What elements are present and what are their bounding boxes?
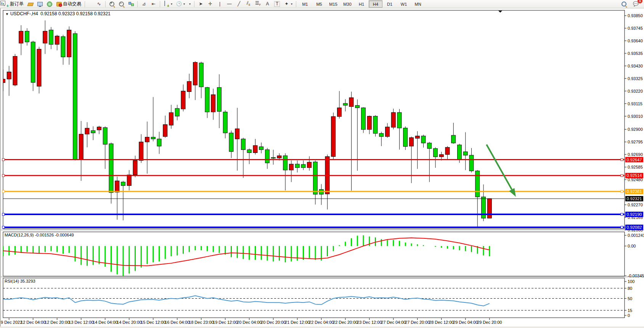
line-handle[interactable] (621, 213, 623, 215)
rsi-indicator-label: RSI(14) 35.3293 (5, 279, 35, 283)
line-handle[interactable] (2, 190, 5, 193)
time-tick-label: 29 Dec 20:00 (477, 320, 502, 325)
notifications-button[interactable]: 💬 1 (631, 0, 640, 8)
fibonacci-tool[interactable]: ☰F (254, 0, 262, 8)
auto-scroll-button[interactable]: ⊿ (140, 0, 148, 8)
candle-body (301, 164, 305, 167)
cursor-tool[interactable]: ➤ (196, 0, 205, 8)
tf-mn[interactable]: MN (411, 0, 425, 8)
candle-body (277, 156, 281, 158)
chart-canvas[interactable]: 0.938500.937450.936400.935350.934300.933… (0, 0, 644, 328)
line-handle[interactable] (621, 159, 623, 161)
tf-d1[interactable]: D1 (383, 0, 397, 8)
tf-m1[interactable]: M1 (298, 0, 312, 8)
line-chart-icon: ∿ (96, 1, 102, 7)
line-handle[interactable] (2, 174, 5, 177)
collapse-triangle-icon[interactable]: ▼ (5, 12, 9, 16)
periods-button[interactable]: 🕒▾ (175, 0, 186, 8)
macd-tick-label: 0.00 (628, 244, 636, 248)
candle-body (355, 105, 360, 108)
candle-body (295, 164, 299, 167)
line-handle[interactable] (2, 213, 5, 215)
separator (160, 1, 160, 7)
candle-body (421, 136, 426, 143)
terminal-button[interactable] (35, 0, 44, 8)
time-tick-label: 28 Dec 12:00 (429, 320, 454, 325)
new-chart-button[interactable]: +▾ (162, 0, 174, 8)
trendline-icon: ╱ (236, 1, 242, 7)
vertical-line-icon: | (217, 1, 223, 7)
rsi-tick-label: 0 (628, 313, 630, 318)
horizontal-line-icon: — (226, 1, 232, 7)
zoom-out-button[interactable]: − (117, 0, 126, 8)
macd-panel[interactable] (3, 232, 625, 276)
main-panel[interactable] (3, 10, 625, 229)
arrows-tool[interactable]: ✦▾ (282, 0, 294, 8)
line-handle[interactable] (621, 190, 623, 193)
candle-body (49, 30, 53, 45)
hline-tool[interactable]: — (225, 0, 234, 8)
tf-h1[interactable]: H1 (355, 0, 368, 8)
search-icon (621, 1, 627, 7)
time-tick-label: 13 Dec 12:00 (69, 320, 93, 325)
radio-icon (47, 1, 52, 7)
price-tick-label: 0.93640 (628, 39, 643, 43)
channel-tool[interactable]: ⫽E (244, 0, 253, 8)
line-handle[interactable] (621, 226, 623, 228)
candle-body (283, 156, 287, 170)
price-level-badge-label: 0.92190 (627, 212, 642, 217)
candle-body (31, 42, 35, 82)
candle-body (289, 164, 294, 170)
candle-body (85, 128, 89, 134)
tf-h4[interactable]: H4 (369, 0, 382, 8)
tf-w1[interactable]: W1 (397, 0, 411, 8)
templates-button[interactable]: ▾ (187, 0, 192, 8)
candle-body (139, 142, 143, 161)
tf-m30[interactable]: M30 (340, 0, 354, 8)
tf-m15[interactable]: M15 (326, 0, 340, 8)
chart-symbol: USDCHF-,H4 (10, 11, 38, 16)
text-tool[interactable]: A (263, 0, 272, 8)
candle-body (79, 134, 83, 159)
tile-windows-button[interactable] (127, 0, 135, 8)
candle-body (133, 161, 137, 175)
tf-m5[interactable]: M5 (312, 0, 326, 8)
time-tick-label: 23 Dec 12:00 (357, 320, 382, 325)
chart-ohlc: 0.92158 0.92323 0.92158 0.92321 (40, 11, 111, 16)
chevron-down-icon: ▾ (189, 2, 191, 6)
signals-button[interactable] (45, 0, 54, 8)
candle-chart-button[interactable] (91, 0, 94, 8)
line-chart-button[interactable]: ∿ (95, 0, 103, 8)
time-tick-label: 20 Dec 20:00 (261, 320, 286, 325)
chart-shift-button[interactable]: ⇤ (149, 0, 158, 8)
line-handle[interactable] (2, 226, 5, 228)
candle-body (19, 31, 23, 43)
rsi-tick-label: 80 (628, 286, 632, 291)
label-tool[interactable]: T (273, 0, 281, 8)
gold-button[interactable] (26, 0, 35, 8)
trendline-tool[interactable]: ╱ (234, 0, 243, 8)
bar-chart-button[interactable] (87, 0, 90, 8)
candle-body (61, 37, 65, 57)
price-level-badge-label: 0.92647 (627, 158, 642, 162)
candle-body (415, 136, 419, 138)
candle-body (91, 130, 95, 133)
rsi-tick-label: 15 (628, 308, 632, 313)
line-handle[interactable] (621, 174, 623, 177)
toolbar: + 新订单 自动交易 ∿ + − ⊿ ⇤ +▾ 🕒▾ ▾ ➤ ✛ | — ╱ ⫽… (0, 0, 644, 8)
line-handle[interactable] (2, 159, 5, 161)
search-button[interactable] (620, 0, 628, 8)
price-tick-label: 0.93010 (628, 114, 643, 119)
candle-body (7, 72, 11, 79)
tile-windows-icon (128, 1, 134, 7)
autotrading-button[interactable]: 自动交易 (55, 0, 83, 8)
zoom-in-button[interactable]: + (108, 0, 116, 8)
candle-body (367, 116, 371, 130)
separator (194, 1, 194, 7)
candle-body (385, 127, 390, 137)
rsi-panel[interactable] (3, 278, 625, 318)
candle-body (379, 133, 384, 137)
crosshair-tool[interactable]: ✛ (206, 0, 215, 8)
vline-tool[interactable]: | (215, 0, 224, 8)
price-tick-label: 0.93220 (628, 89, 643, 93)
